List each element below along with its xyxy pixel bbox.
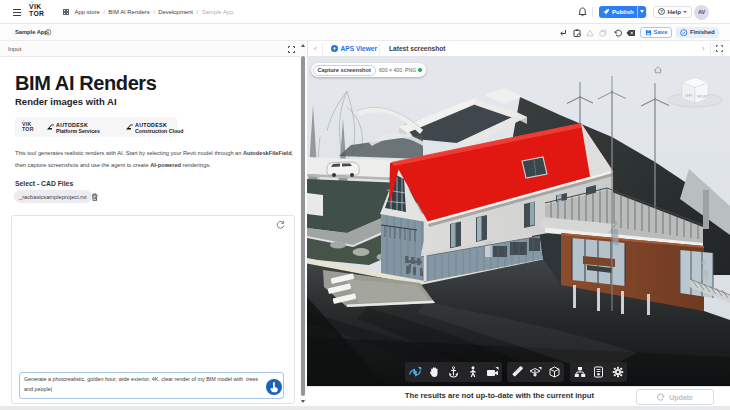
svg-text:?: ? [660,9,663,14]
svg-text:FRONT: FRONT [697,95,708,99]
svg-text:LEFT: LEFT [685,94,693,98]
